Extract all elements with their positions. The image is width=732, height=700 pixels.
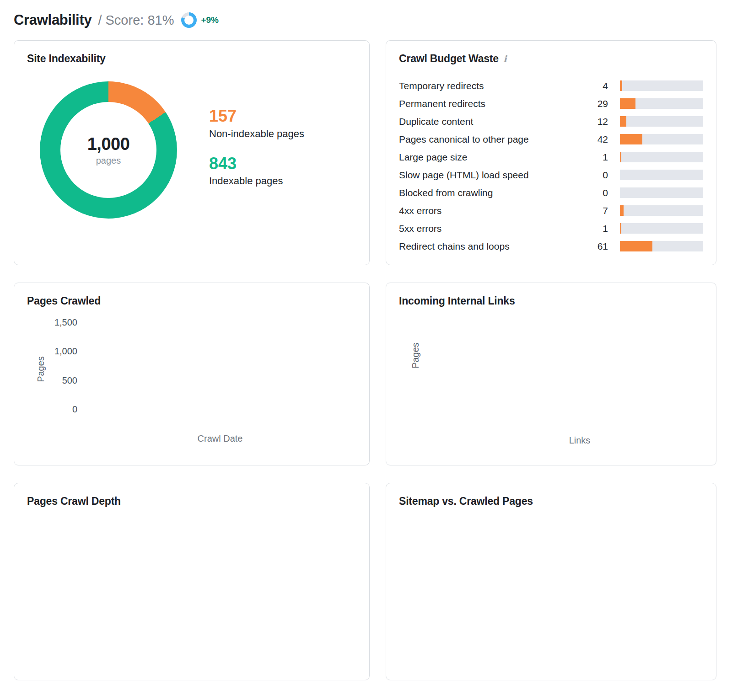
page-header: Crawlability / Score: 81% +9% [14,8,716,32]
page-title: Crawlability [14,12,92,28]
crawl-depth-body [27,528,356,636]
crawl-budget-row-label: 4xx errors [399,205,584,216]
crawl-budget-bar-fill [620,134,642,144]
non-indexable-label: Non-indexable pages [209,128,304,140]
info-icon[interactable]: i [503,53,506,64]
site-indexability-body: 1,000 pages 157 Non-indexable pages 843 … [27,78,356,219]
crawl-budget-row-value: 1 [584,152,608,163]
crawl-budget-row: 5xx errors1 [399,219,703,237]
crawl-budget-row-label: 5xx errors [399,223,584,234]
card-title: Incoming Internal Links [399,295,703,307]
score-divider: / [98,13,102,27]
crawl-budget-row-label: Large page size [399,152,584,163]
crawl-budget-bar-fill [620,116,626,127]
crawl-budget-row-label: Blocked from crawling [399,187,584,198]
crawl-budget-bar-fill [620,80,622,91]
donut-center [53,551,124,622]
crawl-budget-row: 4xx errors7 [399,202,703,219]
score-ring-chart [181,12,197,28]
pages-crawled-chart: Pages 1,5001,0005000 Crawl Date [27,318,356,455]
incoming-links-chart: Pages Links [399,318,703,455]
card-title-text: Crawl Budget Waste [399,53,499,64]
crawl-budget-row-value: 29 [584,98,608,109]
crawl-budget-row-label: Temporary redirects [399,80,584,91]
x-axis-title: Links [458,435,701,446]
crawl-budget-bar-fill [620,205,624,216]
crawlability-dashboard: Crawlability / Score: 81% +9% Site Index… [0,0,732,680]
crawl-budget-bar-track[interactable] [620,187,703,198]
total-pages-value: 1,000 [87,134,130,154]
pages-crawl-depth-card: Pages Crawl Depth [14,483,370,680]
crawl-budget-bar-fill [620,152,621,162]
score-text: / Score: 81% [98,13,174,28]
crawl-budget-bar-fill [620,98,635,109]
crawl-budget-row-label: Permanent redirects [399,98,584,109]
crawl-budget-bar-track[interactable] [620,170,703,180]
card-title: Site Indexability [27,53,356,65]
crawl-budget-row: Permanent redirects29 [399,95,703,112]
crawl-budget-row-label: Pages canonical to other page [399,134,584,145]
crawled-pages-circle[interactable] [490,566,526,603]
crawl-budget-row-value: 0 [584,170,608,181]
donut-center: 1,000 pages [60,102,156,198]
crawl-budget-row-label: Redirect chains and loops [399,241,584,252]
x-axis-title: Crawl Date [86,433,355,444]
crawl-depth-donut-chart[interactable] [39,537,139,636]
crawl-budget-bar-track[interactable] [620,205,703,216]
crawl-budget-bar-track[interactable] [620,152,703,162]
crawl-budget-row: Slow page (HTML) load speed0 [399,166,703,184]
indexability-stats: 157 Non-indexable pages 843 Indexable pa… [209,78,304,219]
crawl-budget-bar-fill [620,223,621,234]
crawl-budget-row: Duplicate content12 [399,112,703,130]
site-indexability-donut-chart[interactable]: 1,000 pages [40,81,177,219]
non-indexable-stat: 157 Non-indexable pages [209,107,304,140]
crawl-budget-row: Redirect chains and loops61 [399,237,703,255]
card-title: Crawl Budget Wastei [399,53,703,65]
crawl-budget-rows: Temporary redirects4Permanent redirects2… [399,77,703,255]
site-indexability-card: Site Indexability 1,000 pages 157 Non-in… [14,40,370,265]
y-tick-label: 1,500 [41,317,77,328]
cards-grid: Site Indexability 1,000 pages 157 Non-in… [14,40,716,680]
crawl-budget-row: Large page size1 [399,148,703,166]
y-axis-title: Pages [410,342,421,369]
card-title: Sitemap vs. Crawled Pages [399,495,703,508]
incoming-links-plot [458,323,701,389]
crawl-budget-row-value: 42 [584,134,608,145]
y-tick-label: 500 [41,375,77,386]
indexable-label: Indexable pages [209,175,304,187]
crawl-budget-waste-card: Crawl Budget Wastei Temporary redirects4… [386,40,716,265]
crawl-budget-row: Temporary redirects4 [399,77,703,95]
card-title: Pages Crawled [27,295,356,307]
pages-crawled-plot: 1,5001,0005000 [86,323,355,410]
crawl-budget-row-label: Slow page (HTML) load speed [399,170,584,181]
sitemap-vs-crawled-card: Sitemap vs. Crawled Pages [386,483,716,680]
crawl-budget-row: Pages canonical to other page42 [399,130,703,148]
crawl-budget-bar-track[interactable] [620,98,703,109]
crawl-budget-bar-track[interactable] [620,116,703,127]
crawl-budget-row: Blocked from crawling0 [399,184,703,202]
crawl-budget-row-value: 0 [584,187,608,198]
total-pages-unit: pages [96,155,121,166]
crawl-budget-bar-track[interactable] [620,134,703,144]
non-indexable-value[interactable]: 157 [209,107,304,125]
indexable-stat: 843 Indexable pages [209,155,304,187]
crawl-budget-bar-track[interactable] [620,241,703,251]
crawl-budget-row-value: 4 [584,80,608,91]
crawl-budget-bar-track[interactable] [620,80,703,91]
pages-crawled-card: Pages Crawled Pages 1,5001,0005000 Crawl… [14,283,370,465]
crawl-budget-row-label: Duplicate content [399,116,584,127]
score-delta-badge: +9% [201,15,219,25]
crawl-budget-row-value: 1 [584,223,608,234]
incoming-internal-links-card: Incoming Internal Links Pages Links [386,283,716,465]
crawl-budget-row-value: 7 [584,205,608,216]
crawl-budget-row-value: 61 [584,241,608,252]
crawl-budget-bar-fill [620,241,652,251]
y-tick-label: 1,000 [41,346,77,357]
indexable-value[interactable]: 843 [209,155,304,173]
crawl-budget-row-value: 12 [584,116,608,127]
score-label: Score: 81% [106,13,174,27]
card-title: Pages Crawl Depth [27,495,356,508]
y-tick-label: 0 [41,404,77,415]
crawl-budget-bar-track[interactable] [620,223,703,234]
score-ring-hole [184,16,194,25]
